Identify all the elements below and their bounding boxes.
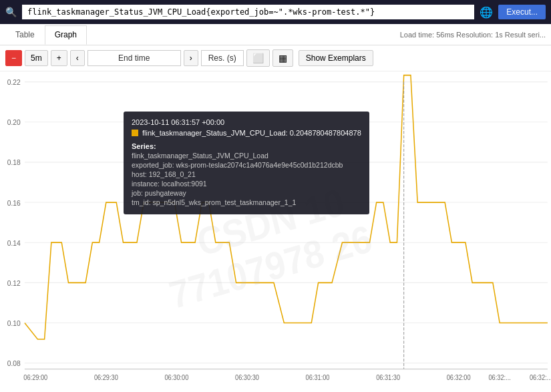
svg-text:0.08: 0.08 xyxy=(7,359,21,367)
svg-text:06:30:30: 06:30:30 xyxy=(235,374,259,381)
svg-text:06:31:00: 06:31:00 xyxy=(306,374,330,381)
stacked-chart-icon: ▦ xyxy=(279,53,287,63)
execute-button[interactable]: Execut... xyxy=(498,5,546,19)
svg-text:06:31:30: 06:31:30 xyxy=(376,374,400,381)
zoom-in-button[interactable]: + xyxy=(51,50,67,66)
duration-button[interactable]: 5m xyxy=(25,50,48,66)
svg-text:06:32:00: 06:32:00 xyxy=(447,374,471,381)
prev-button[interactable]: ‹ xyxy=(70,50,85,66)
show-exemplars-button[interactable]: Show Exemplars xyxy=(299,50,373,66)
chart-area: 0.22 0.20 0.18 0.16 0.14 0.12 0.10 0.08 … xyxy=(0,71,551,391)
controls-bar: − 5m + ‹ End time › Res. (s) ⬜ ▦ Show Ex… xyxy=(0,45,551,71)
svg-text:0.14: 0.14 xyxy=(7,238,21,246)
svg-text:0.18: 0.18 xyxy=(7,158,21,166)
resolution-display[interactable]: Res. (s) xyxy=(201,50,244,66)
svg-text:06:32:...: 06:32:... xyxy=(488,374,510,381)
svg-text:0.22: 0.22 xyxy=(7,78,21,86)
tab-graph[interactable]: Graph xyxy=(45,25,87,45)
svg-text:0.20: 0.20 xyxy=(7,118,21,126)
svg-text:0.12: 0.12 xyxy=(7,278,21,286)
zoom-out-button[interactable]: − xyxy=(5,50,22,66)
svg-text:06:32:...: 06:32:... xyxy=(530,374,551,381)
tabs: Table Graph xyxy=(5,25,87,44)
svg-text:06:29:30: 06:29:30 xyxy=(94,374,118,381)
svg-text:06:29:00: 06:29:00 xyxy=(23,374,47,381)
line-chart-icon: ⬜ xyxy=(252,53,264,63)
line-chart-button[interactable]: ⬜ xyxy=(246,49,270,67)
next-button[interactable]: › xyxy=(184,50,198,66)
time-display[interactable]: End time xyxy=(87,50,181,66)
query-input[interactable] xyxy=(22,5,474,19)
tab-table[interactable]: Table xyxy=(5,25,45,44)
stacked-chart-button[interactable]: ▦ xyxy=(272,49,293,67)
chart-svg: 0.22 0.20 0.18 0.16 0.14 0.12 0.10 0.08 … xyxy=(0,71,551,391)
svg-text:0.10: 0.10 xyxy=(7,319,21,327)
tab-meta: Load time: 56ms Resolution: 1s Result se… xyxy=(400,31,546,39)
svg-text:06:30:00: 06:30:00 xyxy=(164,374,188,381)
globe-button[interactable]: 🌐 xyxy=(480,6,493,19)
tab-bar: Table Graph Load time: 56ms Resolution: … xyxy=(0,24,551,45)
search-bar: 🔍 🌐 Execut... xyxy=(0,0,551,24)
search-icon: 🔍 xyxy=(5,7,17,17)
svg-text:0.16: 0.16 xyxy=(7,198,21,206)
